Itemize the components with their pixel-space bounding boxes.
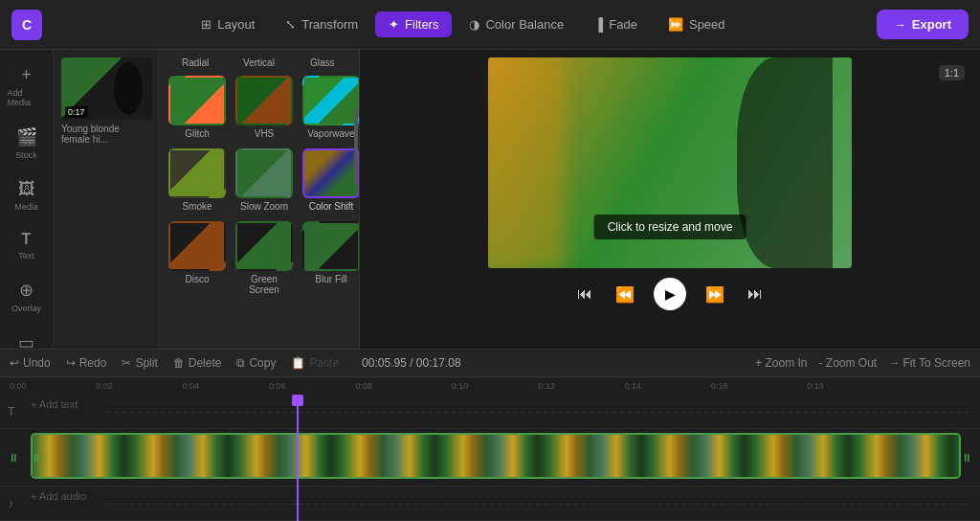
filter-label-glitch: Glitch — [185, 128, 210, 139]
skip-to-start-button[interactable]: ⏮ — [573, 282, 596, 306]
ruler-mark-5: 0:10 — [452, 381, 469, 391]
text-track-line — [107, 412, 972, 413]
media-icon: 🖼 — [18, 179, 35, 199]
time-display: 00:05.95 / 00:17.08 — [362, 356, 460, 370]
add-text-label[interactable]: + Add text — [31, 398, 78, 410]
filter-smoke[interactable]: Smoke — [167, 147, 228, 214]
filter-label-disco: Disco — [185, 274, 209, 284]
filter-label-slow-zoom: Slow Zoom — [240, 201, 288, 212]
filter-thumb-vhs — [235, 76, 293, 125]
content-area: 0:17 Young blonde female hi... Radial Ve… — [54, 50, 980, 349]
zoom-in-button[interactable]: + Zoom In — [755, 356, 807, 370]
media-title: Young blonde female hi... — [61, 124, 150, 145]
sidebar-item-media[interactable]: 🖼 Media — [4, 171, 50, 219]
preview-canvas[interactable]: Click to resize and move — [488, 57, 852, 268]
sidebar: + Add Media 🎬 Stock 🖼 Media T Text ⊕ Ove… — [0, 50, 54, 349]
scroll-indicator — [354, 107, 358, 184]
paste-button[interactable]: 📋 Paste — [291, 356, 339, 370]
filter-label-vhs: VHS — [255, 128, 275, 139]
filters-panel: Radial Vertical Glass Glitch VHS — [159, 50, 360, 349]
export-arrow-icon: → — [894, 17, 906, 32]
ruler-mark-9: 0:18 — [807, 381, 824, 391]
filter-thumb-glitch — [168, 76, 226, 125]
transform-icon: ⤡ — [285, 17, 296, 32]
play-button[interactable]: ▶ — [654, 278, 686, 310]
stock-icon: 🎬 — [16, 126, 37, 147]
copy-icon: ⧉ — [236, 356, 245, 370]
text-track-area: + Add text — [31, 395, 972, 428]
tab-speed[interactable]: ⏩ Speed — [655, 11, 739, 37]
color-balance-icon: ◑ — [469, 17, 479, 32]
ruler-mark-6: 0:12 — [538, 381, 555, 391]
delete-button[interactable]: 🗑 Delete — [173, 356, 222, 370]
add-audio-label[interactable]: + Add audio — [31, 490, 86, 502]
filters-icon: ✦ — [389, 17, 399, 32]
audio-track-line — [107, 504, 972, 505]
redo-icon: ↪ — [66, 356, 76, 370]
timeline-toolbar: ↩ Undo ↪ Redo ✂ Split 🗑 Delete ⧉ Copy 📋 … — [0, 350, 980, 377]
tab-group: ⊞ Layout ⤡ Transform ✦ Filters ◑ Color B… — [57, 11, 869, 37]
tab-transform[interactable]: ⤡ Transform — [272, 11, 371, 37]
preview-silhouette — [737, 57, 833, 268]
playback-controls: ⏮ ⏪ ▶ ⏩ ⏭ — [573, 278, 767, 310]
fit-to-screen-button[interactable]: → Fit To Screen — [888, 356, 970, 370]
fade-icon: ▐ — [594, 17, 603, 32]
main-area: + Add Media 🎬 Stock 🖼 Media T Text ⊕ Ove… — [0, 50, 980, 349]
sidebar-item-background[interactable]: ▭ Background — [4, 325, 50, 349]
filter-label-radial: Radial — [167, 57, 224, 68]
app-logo: C — [11, 10, 42, 40]
filter-green-screen[interactable]: Green Screen — [234, 219, 295, 297]
ruler-mark-4: 0:08 — [355, 381, 372, 391]
undo-button[interactable]: ↩ Undo — [10, 356, 51, 370]
rewind-button[interactable]: ⏪ — [612, 282, 638, 307]
sidebar-item-add-media[interactable]: + Add Media — [4, 57, 50, 115]
zoom-out-button[interactable]: - Zoom Out — [819, 356, 878, 370]
filter-disco[interactable]: Disco — [167, 219, 228, 297]
sidebar-item-overlay[interactable]: ⊕ Overlay — [4, 272, 50, 321]
preview-area: Click to resize and move 1:1 ⏮ ⏪ ▶ ⏩ ⏭ — [360, 50, 980, 349]
tab-color-balance[interactable]: ◑ Color Balance — [456, 11, 577, 37]
filter-label-color-shift: Color Shift — [309, 201, 354, 212]
filter-thumb-disco — [168, 221, 226, 271]
filter-slow-zoom[interactable]: Slow Zoom — [234, 147, 295, 214]
filter-vaporwave[interactable]: Vaporwave — [301, 74, 359, 141]
split-button[interactable]: ✂ Split — [122, 356, 157, 370]
filters-scroll[interactable]: Radial Vertical Glass Glitch VHS — [159, 50, 359, 349]
timeline-ruler: 0:00 0:02 0:04 0:06 0:08 0:10 0:12 0:14 … — [0, 377, 980, 395]
tab-fade[interactable]: ▐ Fade — [581, 11, 651, 37]
sidebar-item-text[interactable]: T Text — [4, 223, 50, 268]
split-icon: ✂ — [122, 356, 131, 370]
filter-thumb-vaporwave — [302, 76, 359, 125]
redo-button[interactable]: ↪ Redo — [66, 356, 107, 370]
filter-thumb-greenscreen — [235, 221, 293, 271]
filter-thumb-smoke — [168, 148, 226, 198]
filter-label-glass: Glass — [294, 57, 351, 68]
filter-color-shift[interactable]: Color Shift — [301, 147, 359, 214]
filter-glitch[interactable]: Glitch — [167, 74, 228, 141]
export-button[interactable]: → Export — [877, 10, 969, 39]
filter-label-smoke: Smoke — [182, 201, 212, 212]
track-area: T + Add text ⏸ ⏸ ⏸ ♪ + Add audio — [0, 395, 980, 521]
skip-to-end-button[interactable]: ⏭ — [744, 282, 767, 306]
sidebar-item-stock[interactable]: 🎬 Stock — [4, 119, 50, 168]
fast-forward-button[interactable]: ⏩ — [702, 282, 728, 307]
filter-thumb-colorshift — [302, 148, 359, 198]
video-track-area: ⏸ ⏸ — [31, 433, 972, 482]
ruler-mark-8: 0:16 — [711, 381, 728, 391]
resize-hint: Click to resize and move — [594, 215, 746, 239]
paste-icon: 📋 — [291, 356, 305, 370]
video-track-left-handle: ⏸ — [31, 451, 42, 464]
media-panel: 0:17 Young blonde female hi... — [54, 50, 159, 349]
copy-button[interactable]: ⧉ Copy — [236, 356, 276, 370]
media-thumbnail[interactable]: 0:17 — [61, 57, 152, 120]
video-track-content — [33, 435, 959, 477]
video-track-icon: ⏸ — [8, 451, 27, 464]
tab-layout[interactable]: ⊞ Layout — [188, 11, 268, 37]
filter-blur-fill[interactable]: Blur Fill — [301, 219, 359, 297]
tab-filters[interactable]: ✦ Filters — [375, 11, 452, 37]
filter-thumb-blurfill — [302, 221, 359, 271]
filter-vhs[interactable]: VHS — [234, 74, 295, 141]
audio-track-icon: ♪ — [8, 497, 27, 510]
video-track-bar[interactable] — [31, 433, 961, 479]
add-media-icon: + — [21, 65, 32, 85]
